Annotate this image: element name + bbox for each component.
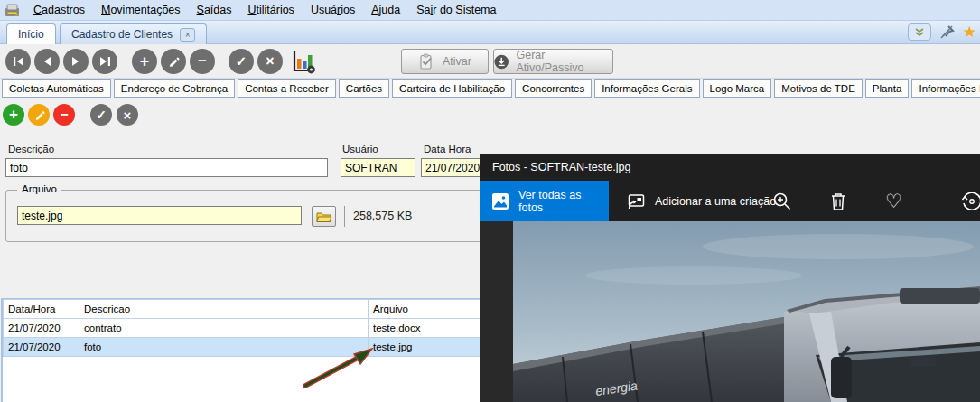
main-toolbar: + − ✓ × Ativar	[0, 44, 980, 79]
first-record-button[interactable]	[5, 49, 31, 74]
menu-item[interactable]: Movimentações	[93, 1, 189, 19]
previous-record-button[interactable]	[34, 49, 60, 74]
divider	[344, 206, 345, 227]
section-tab[interactable]: Contas a Receber	[238, 79, 336, 98]
see-all-photos-label: Ver todas as fotos	[518, 189, 609, 214]
delete-button[interactable]	[817, 181, 858, 221]
last-record-button[interactable]	[92, 49, 117, 74]
close-icon[interactable]: ×	[180, 28, 195, 42]
ativar-button[interactable]: Ativar	[401, 49, 489, 74]
photos-window: Fotos - SOFTRAN-teste.jpg Ver todas as f…	[480, 154, 980, 402]
arquivo-group-label: Arquivo	[17, 183, 61, 194]
folder-icon	[316, 210, 332, 223]
minus-icon: −	[198, 52, 207, 70]
last-record-icon	[99, 56, 111, 67]
plus-icon: +	[140, 52, 150, 71]
photo-gallery-icon	[491, 192, 509, 210]
tab-inicio[interactable]: Início	[6, 23, 56, 44]
section-tab[interactable]: Motivos de TDE	[774, 79, 863, 98]
clipboard-icon	[418, 53, 435, 70]
heart-icon: ♡	[885, 192, 902, 210]
cell-data-hora: 21/07/2020	[4, 338, 79, 357]
cell-descricao: contrato	[79, 319, 369, 338]
download-circle-icon	[494, 54, 509, 70]
first-record-icon	[13, 56, 24, 67]
menu-item[interactable]: Sair do Sistema	[408, 1, 504, 19]
tab-inicio-label: Início	[18, 28, 44, 41]
chart-button[interactable]	[291, 49, 316, 74]
pin-disabled-icon[interactable]	[939, 24, 955, 40]
attachment-edit-button[interactable]	[28, 104, 50, 126]
plus-icon: +	[9, 106, 18, 124]
ativar-label: Ativar	[443, 55, 471, 68]
favorite-button[interactable]: ♡	[873, 181, 914, 221]
menu-item[interactable]: Saídas	[189, 1, 240, 19]
photo-viewport: energia	[480, 221, 980, 402]
section-tab[interactable]: Logo Marca	[703, 79, 772, 98]
usuario-input[interactable]	[341, 158, 415, 177]
gerar-ativo-passivo-button[interactable]: Gerar Ativo/Passivo	[493, 49, 613, 74]
add-record-button[interactable]: +	[132, 49, 157, 74]
see-all-photos-button[interactable]: Ver todas as fotos	[480, 181, 609, 221]
menu-item[interactable]: Ajuda	[363, 1, 408, 19]
check-icon: ✓	[236, 53, 247, 70]
section-tab[interactable]: Informações Farmacêuticas	[911, 79, 980, 98]
photos-title-bar[interactable]: Fotos - SOFTRAN-teste.jpg	[480, 154, 980, 181]
attachment-cancel-button[interactable]: ×	[117, 104, 138, 126]
menu-item[interactable]: Cadastros	[25, 1, 93, 19]
attachment-add-button[interactable]: +	[3, 104, 24, 126]
section-tab[interactable]: Concorrentes	[515, 79, 592, 98]
next-record-icon	[71, 56, 80, 67]
arquivo-input[interactable]	[17, 206, 302, 225]
tab-bar-tools: ★	[908, 23, 976, 41]
add-to-creation-label: Adicionar a uma criação	[655, 195, 776, 208]
tab-cadastro-de-clientes[interactable]: Cadastro de Clientes ×	[60, 23, 207, 44]
rotate-button[interactable]	[951, 181, 980, 221]
favorite-star-icon[interactable]: ★	[963, 24, 976, 40]
section-tab[interactable]: Carteira de Habilitação	[392, 79, 512, 98]
cell-data-hora: 21/07/2020	[4, 319, 79, 338]
pencil-icon	[33, 109, 45, 121]
attachment-confirm-button[interactable]: ✓	[90, 104, 112, 126]
photos-command-bar: Ver todas as fotos Adicionar a uma criaç…	[480, 181, 980, 221]
rotate-icon	[960, 190, 980, 213]
section-tab[interactable]: Cartões	[339, 79, 389, 98]
screen: CadastrosMovimentaçõesSaídasUtilitáriosU…	[0, 0, 980, 402]
previous-record-icon	[42, 56, 51, 67]
section-tab[interactable]: Coletas Automáticas	[2, 79, 111, 98]
confirm-button[interactable]: ✓	[229, 49, 254, 74]
menu-item[interactable]: Utilitários	[239, 1, 302, 19]
document-tab-bar: Início Cadastro de Clientes × ★	[0, 21, 980, 44]
cell-descricao: foto	[79, 338, 369, 357]
trash-icon	[828, 191, 848, 212]
chevron-down-icon	[914, 27, 925, 37]
delete-record-button[interactable]: −	[190, 49, 215, 74]
tab-cadastro-label: Cadastro de Clientes	[71, 28, 173, 41]
col-data-hora[interactable]: Data/Hora	[4, 300, 79, 319]
descricao-input[interactable]	[5, 158, 328, 177]
section-tab[interactable]: Planta	[865, 79, 910, 98]
file-size-text: 258,575 KB	[353, 210, 412, 222]
menu-bar: CadastrosMovimentaçõesSaídasUtilitáriosU…	[0, 0, 980, 21]
next-record-button[interactable]	[63, 49, 89, 74]
col-descricao[interactable]: Descricao	[79, 300, 369, 319]
zoom-in-icon	[771, 191, 793, 212]
check-icon: ✓	[96, 108, 107, 122]
section-tab[interactable]: Informações Gerais	[594, 79, 699, 98]
gerar-label: Gerar Ativo/Passivo	[517, 49, 613, 74]
cancel-button[interactable]: ×	[257, 49, 283, 74]
creation-icon	[626, 192, 646, 210]
usuario-label: Usuário	[342, 144, 378, 154]
zoom-button[interactable]	[761, 181, 802, 221]
truck-photo: energia	[513, 221, 980, 402]
window-list-button[interactable]	[908, 23, 931, 41]
photos-window-title: Fotos - SOFTRAN-teste.jpg	[492, 161, 631, 173]
attachment-delete-button[interactable]: −	[53, 104, 75, 126]
section-tab-strip: Coletas AutomáticasEndereço de CobrançaC…	[2, 79, 980, 99]
edit-record-button[interactable]	[161, 49, 186, 74]
menu-item[interactable]: Usuários	[303, 1, 363, 19]
data-hora-label: Data Hora	[424, 144, 471, 154]
section-tab[interactable]: Endereço de Cobrança	[114, 79, 235, 98]
descricao-label: Descrição	[8, 144, 54, 154]
browse-file-button[interactable]	[312, 206, 336, 227]
